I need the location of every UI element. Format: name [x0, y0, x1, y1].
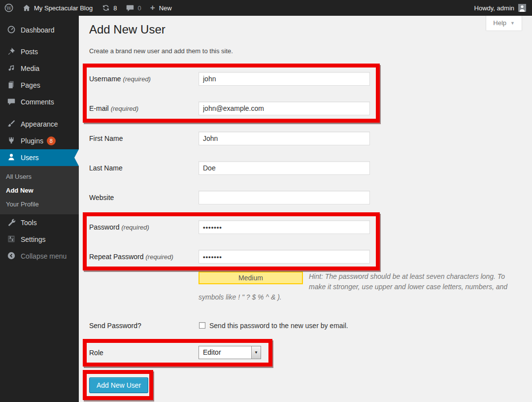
repeat-password-label: Repeat Password(required): [89, 250, 199, 264]
plug-icon: [7, 136, 17, 146]
update-count: 8: [113, 4, 117, 12]
submenu-add-new[interactable]: Add New: [0, 183, 79, 197]
website-row: Website: [89, 191, 370, 204]
submenu-all-users[interactable]: All Users: [0, 169, 79, 183]
add-new-user-button[interactable]: Add New User: [89, 377, 148, 393]
page-subtitle: Create a brand new user and add them to …: [89, 47, 233, 55]
last-name-row: Last Name: [89, 161, 370, 175]
sidebar-label: Appearance: [21, 120, 58, 128]
last-name-input[interactable]: [199, 161, 370, 175]
sidebar-item-settings[interactable]: Settings: [0, 231, 79, 248]
send-password-row: Send Password? Send this password to the…: [89, 319, 348, 333]
repeat-password-input[interactable]: [199, 250, 370, 264]
wordpress-logo-menu[interactable]: W: [0, 0, 18, 16]
wrench-icon: [7, 218, 17, 228]
first-name-label: First Name: [89, 132, 199, 145]
updates-icon: [101, 3, 110, 12]
sidebar-item-tools[interactable]: Tools: [0, 214, 79, 231]
dropdown-arrow-icon: ▼: [251, 346, 261, 359]
send-password-checkbox-label: Send this password to the new user by em…: [209, 319, 348, 333]
first-name-row: First Name: [89, 132, 370, 145]
new-content-link[interactable]: + New: [146, 0, 176, 16]
last-name-label: Last Name: [89, 161, 199, 175]
first-name-input[interactable]: [199, 132, 370, 145]
sidebar-item-dashboard[interactable]: Dashboard: [0, 22, 79, 38]
main-content: Help ▼ Add New User Create a brand new u…: [79, 16, 532, 402]
wordpress-logo-icon: W: [4, 3, 13, 12]
collapse-arrow-icon: [7, 251, 17, 261]
home-icon: [22, 3, 31, 12]
sidebar-label: Comments: [21, 98, 54, 106]
media-note-icon: [7, 64, 17, 73]
updates-link[interactable]: 8: [97, 0, 121, 16]
sidebar-item-media[interactable]: Media: [0, 60, 79, 77]
website-input[interactable]: [199, 191, 370, 204]
help-button[interactable]: Help ▼: [486, 16, 522, 31]
password-hint-block: Medium Hint: The password should be at l…: [199, 271, 514, 302]
email-field[interactable]: [199, 101, 370, 115]
user-icon: [7, 153, 17, 163]
submenu-label: Your Profile: [6, 201, 39, 208]
username-label: Username(required): [89, 72, 199, 86]
comments-icon: [7, 97, 17, 107]
sidebar-item-appearance[interactable]: Appearance: [0, 116, 79, 133]
comment-count: 0: [137, 4, 141, 12]
website-label: Website: [89, 191, 199, 204]
submenu-label: Add New: [6, 187, 33, 194]
current-menu-arrow: [74, 149, 79, 166]
email-row: E-mail(required): [89, 101, 370, 116]
password-input[interactable]: [199, 220, 370, 234]
repeat-password-row: Repeat Password(required): [89, 250, 370, 264]
page-title: Add New User: [89, 23, 166, 36]
role-dropdown[interactable]: Editor ▼: [199, 346, 261, 359]
help-label: Help: [493, 19, 506, 27]
new-label: New: [159, 4, 172, 12]
chevron-down-icon: ▼: [510, 21, 515, 26]
sidebar-item-collapse-menu[interactable]: Collapse menu: [0, 248, 79, 265]
plus-icon: +: [150, 3, 155, 13]
sidebar-label: Settings: [21, 235, 46, 243]
send-password-label: Send Password?: [89, 319, 199, 333]
sidebar-label: Pages: [21, 81, 40, 89]
comment-bubble-icon: [126, 3, 134, 12]
pushpin-icon: [7, 47, 17, 57]
submenu-your-profile[interactable]: Your Profile: [0, 197, 79, 211]
site-name-link[interactable]: My Spectacular Blog: [18, 0, 97, 16]
sidebar-label: Posts: [21, 48, 38, 56]
sidebar-item-pages[interactable]: Pages: [0, 77, 79, 94]
site-name: My Spectacular Blog: [34, 4, 93, 12]
svg-text:W: W: [6, 5, 12, 11]
role-row: Role Editor ▼: [89, 346, 261, 360]
password-label: Password(required): [89, 220, 199, 234]
avatar[interactable]: [518, 4, 526, 12]
submenu-label: All Users: [6, 173, 32, 180]
dashboard-gauge-icon: [7, 25, 17, 35]
pages-icon: [7, 80, 17, 90]
sidebar-label: Plugins: [21, 137, 43, 145]
sidebar-item-posts[interactable]: Posts: [0, 43, 79, 60]
sidebar-label: Tools: [21, 219, 37, 227]
username-input[interactable]: [199, 72, 370, 86]
send-password-checkbox[interactable]: [199, 322, 205, 329]
paintbrush-icon: [7, 119, 17, 129]
comments-link[interactable]: 0: [121, 0, 145, 16]
howdy-account-link[interactable]: Howdy, admin: [474, 0, 514, 16]
admin-sidebar: Dashboard Posts Media Pages Comments: [0, 16, 79, 402]
role-label: Role: [89, 346, 199, 360]
users-submenu: All Users Add New Your Profile: [0, 166, 79, 214]
sidebar-label: Media: [21, 65, 39, 72]
plugins-update-badge: 8: [47, 136, 56, 145]
username-row: Username(required): [89, 72, 370, 86]
strength-label: Medium: [238, 273, 263, 283]
sidebar-label: Collapse menu: [21, 252, 66, 260]
password-row: Password(required): [89, 220, 370, 234]
sidebar-item-plugins[interactable]: Plugins 8: [0, 133, 79, 149]
password-strength-meter: Medium: [199, 271, 303, 284]
sliders-icon: [7, 234, 17, 244]
sidebar-item-comments[interactable]: Comments: [0, 94, 79, 110]
sidebar-label: Dashboard: [21, 26, 55, 34]
sidebar-item-users[interactable]: Users: [0, 149, 79, 166]
sidebar-label: Users: [21, 154, 39, 162]
role-selected-value: Editor: [199, 346, 251, 359]
email-label: E-mail(required): [89, 101, 199, 116]
